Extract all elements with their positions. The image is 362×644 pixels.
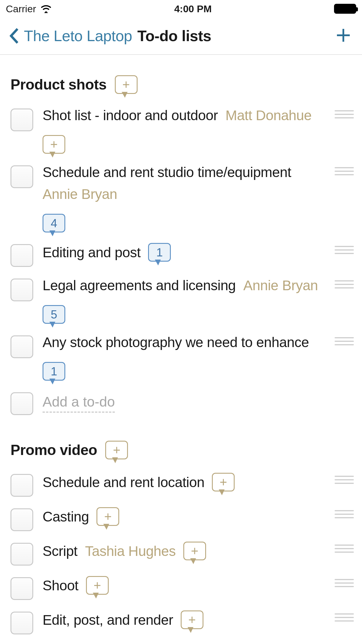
add-list-button[interactable] — [335, 27, 352, 45]
todo-row: Legal agreements and licensingAnnie Brya… — [10, 272, 352, 329]
list-title[interactable]: Product shots — [10, 76, 107, 93]
back-chevron-icon[interactable] — [9, 27, 19, 45]
todo-checkbox[interactable] — [10, 165, 33, 188]
add-comment-bubble[interactable]: + — [181, 610, 203, 629]
nav-bar: The Leto Laptop To-do lists — [0, 18, 362, 55]
add-todo-row[interactable]: Add a to-do — [10, 386, 352, 420]
drag-handle-icon[interactable] — [335, 577, 354, 589]
drag-handle-icon[interactable] — [335, 612, 354, 623]
back-label[interactable]: The Leto Laptop — [24, 27, 132, 45]
list-title[interactable]: Promo video — [10, 442, 97, 459]
todo-assignee[interactable]: Tashia Hughes — [85, 543, 176, 559]
todo-assignee[interactable]: Matt Donahue — [225, 107, 312, 123]
todo-checkbox[interactable] — [10, 392, 33, 415]
drag-handle-icon[interactable] — [335, 508, 354, 520]
battery-icon — [334, 4, 356, 14]
drag-handle-icon[interactable] — [335, 474, 354, 486]
add-comment-bubble[interactable]: + — [183, 542, 206, 560]
drag-handle-icon[interactable] — [335, 279, 354, 290]
plus-icon: + — [113, 443, 120, 457]
drag-handle-icon[interactable] — [335, 335, 354, 347]
todo-checkbox[interactable] — [10, 244, 33, 267]
add-comment-bubble[interactable]: + — [86, 576, 109, 595]
add-comment-bubble[interactable]: + — [96, 507, 119, 526]
todo-row: Schedule and rent location+ — [10, 468, 352, 502]
drag-handle-icon[interactable] — [335, 165, 354, 177]
todo-checkbox[interactable] — [10, 508, 33, 531]
todo-row: Editing and post1 — [10, 238, 352, 272]
drag-handle-icon[interactable] — [335, 543, 354, 554]
carrier-label: Carrier — [6, 3, 36, 15]
todo-checkbox[interactable] — [10, 108, 33, 131]
todo-checkbox[interactable] — [10, 543, 33, 566]
todo-assignee[interactable]: Annie Bryan — [243, 277, 318, 293]
drag-handle-icon[interactable] — [335, 108, 354, 120]
plus-icon: + — [122, 77, 130, 92]
wifi-icon — [40, 4, 52, 13]
comment-count-bubble[interactable]: 4 — [43, 214, 65, 232]
list-add-comment-bubble[interactable]: + — [105, 441, 128, 459]
todo-title[interactable]: Casting — [43, 509, 89, 525]
todo-title[interactable]: Any stock photography we need to enhance — [43, 334, 309, 350]
add-comment-bubble[interactable]: + — [212, 473, 235, 491]
todo-row: Edit, post, and render+ — [10, 605, 352, 640]
todo-title[interactable]: Legal agreements and licensing — [43, 277, 236, 293]
comment-count-bubble[interactable]: 1 — [43, 362, 65, 381]
todo-title[interactable]: Shot list - indoor and outdoor — [43, 107, 218, 123]
todo-title[interactable]: Edit, post, and render — [43, 612, 173, 628]
todo-checkbox[interactable] — [10, 279, 33, 301]
plus-icon: + — [188, 612, 196, 627]
todo-title[interactable]: Editing and post — [43, 244, 140, 260]
plus-icon: + — [191, 544, 198, 558]
todo-row: Any stock photography we need to enhance… — [10, 329, 352, 386]
comment-count-bubble[interactable]: 5 — [43, 305, 65, 324]
todo-checkbox[interactable] — [10, 612, 33, 634]
todo-title[interactable]: Script — [43, 543, 78, 559]
status-bar: Carrier 4:00 PM — [0, 0, 362, 18]
todo-row: Schedule and rent studio time/equipmentA… — [10, 159, 352, 238]
todo-row: Casting+ — [10, 502, 352, 536]
todo-list-section: Promo video + Schedule and rent location… — [10, 441, 352, 640]
plus-icon: + — [94, 578, 101, 593]
todo-checkbox[interactable] — [10, 474, 33, 497]
todo-assignee[interactable]: Annie Bryan — [43, 186, 117, 202]
plus-icon: + — [50, 137, 58, 152]
comment-count-bubble[interactable]: 1 — [148, 243, 171, 262]
status-time: 4:00 PM — [174, 3, 212, 15]
page-title: To-do lists — [137, 27, 211, 45]
todo-checkbox[interactable] — [10, 577, 33, 600]
todo-row: Shoot+ — [10, 571, 352, 605]
todo-list-section: Product shots + Shot list - indoor and o… — [10, 75, 352, 420]
add-comment-bubble[interactable]: + — [43, 135, 65, 154]
todo-row: ScriptTashia Hughes+ — [10, 536, 352, 571]
add-todo-placeholder[interactable]: Add a to-do — [43, 394, 115, 413]
list-add-comment-bubble[interactable]: + — [115, 75, 138, 94]
todo-checkbox[interactable] — [10, 335, 33, 358]
drag-handle-icon[interactable] — [335, 244, 354, 256]
plus-icon: + — [220, 475, 227, 489]
todo-title[interactable]: Schedule and rent location — [43, 474, 204, 490]
todo-title[interactable]: Shoot — [43, 578, 78, 594]
plus-icon: + — [104, 509, 112, 524]
todo-title[interactable]: Schedule and rent studio time/equipment — [43, 164, 291, 180]
todo-row: Shot list - indoor and outdoorMatt Donah… — [10, 102, 352, 159]
